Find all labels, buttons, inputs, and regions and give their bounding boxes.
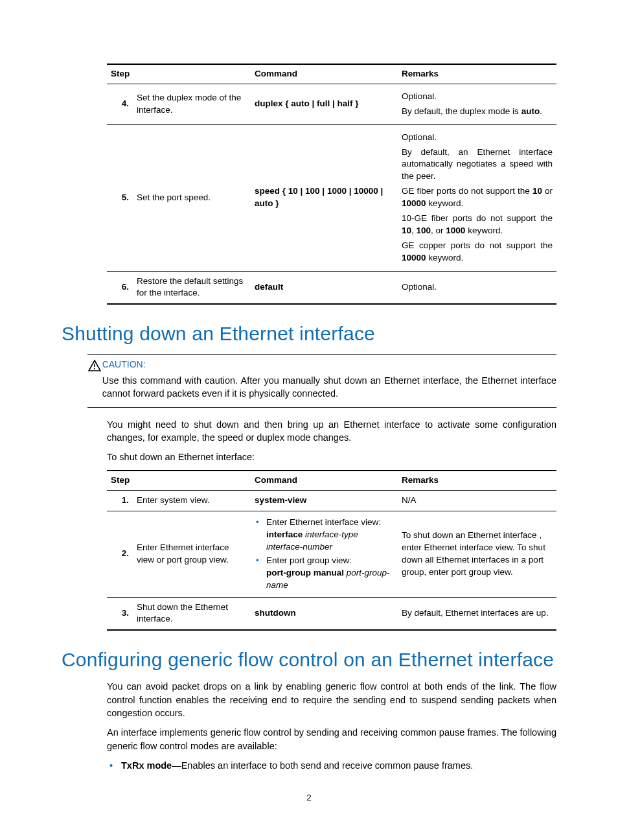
step-desc: Restore the default settings for the int… [133, 271, 251, 304]
step-command: system-view [251, 491, 398, 511]
table-steps-4-6: Step Command Remarks 4.Set the duplex mo… [107, 64, 556, 305]
th-step: Step [107, 64, 251, 84]
caution-label: CAUTION: [102, 358, 556, 371]
step-remarks: Optional.By default, an Ethernet interfa… [398, 124, 556, 271]
th-remarks: Remarks [398, 471, 556, 490]
para-flow-1: You can avoid packet drops on a link by … [107, 680, 556, 719]
step-command: speed { 10 | 100 | 1000 | 10000 | auto } [251, 124, 398, 271]
svg-point-2 [94, 368, 95, 369]
step-desc: Enter system view. [133, 491, 251, 511]
para-flow-2: An interface implements generic flow con… [107, 726, 556, 752]
content-area: Step Command Remarks 4.Set the duplex mo… [107, 64, 556, 772]
table-row: 5.Set the port speed.speed { 10 | 100 | … [107, 124, 556, 271]
th-remarks: Remarks [398, 64, 556, 84]
step-desc: Shut down the Ethernet interface. [133, 597, 251, 630]
step-command: default [251, 271, 398, 304]
step-number: 1. [107, 491, 133, 511]
flow-modes-list: TxRx mode—Enables an interface to both s… [107, 759, 556, 772]
step-remarks: N/A [398, 491, 556, 511]
heading-flowcontrol: Configuring generic flow control on an E… [62, 646, 556, 673]
step-command: Enter Ethernet interface view:interface … [251, 511, 398, 597]
step-remarks: Optional.By default, the duplex mode is … [398, 84, 556, 124]
step-remarks: To shut down an Ethernet interface , ent… [398, 511, 556, 597]
table-row: 4.Set the duplex mode of the interface.d… [107, 84, 556, 124]
mode-text: —Enables an interface to both send and r… [172, 760, 473, 771]
step-number: 4. [107, 84, 133, 124]
para-shutdown-2: To shut down an Ethernet interface: [107, 450, 556, 463]
table-row: 3.Shut down the Ethernet interface.shutd… [107, 597, 556, 630]
para-shutdown-1: You might need to shut down and then bri… [107, 418, 556, 445]
step-desc: Enter Ethernet interface view or port gr… [133, 511, 251, 597]
step-number: 5. [107, 124, 133, 271]
step-number: 6. [107, 271, 133, 304]
page-number: 2 [0, 792, 618, 804]
step-number: 2. [107, 511, 133, 597]
mode-label: TxRx mode [121, 760, 172, 771]
step-command: shutdown [251, 597, 398, 630]
table-row: 1.Enter system view.system-viewN/A [107, 491, 556, 511]
th-command: Command [251, 64, 398, 84]
caution-icon [87, 358, 102, 400]
caution-body: Use this command with caution. After you… [102, 374, 556, 401]
table-row: 6.Restore the default settings for the i… [107, 271, 556, 304]
step-remarks: By default, Ethernet interfaces are up. [398, 597, 556, 630]
list-item: TxRx mode—Enables an interface to both s… [107, 759, 556, 772]
th-step: Step [107, 471, 251, 490]
th-command: Command [251, 471, 398, 490]
caution-text: CAUTION: Use this command with caution. … [102, 358, 556, 400]
heading-shutdown: Shutting down an Ethernet interface [62, 320, 556, 347]
caution-box: CAUTION: Use this command with caution. … [87, 354, 556, 407]
page: Step Command Remarks 4.Set the duplex mo… [0, 0, 618, 840]
step-desc: Set the duplex mode of the interface. [133, 84, 251, 124]
table-row: 2.Enter Ethernet interface view or port … [107, 511, 556, 597]
step-desc: Set the port speed. [133, 124, 251, 271]
table-shutdown-steps: Step Command Remarks 1.Enter system view… [107, 470, 556, 631]
step-command: duplex { auto | full | half } [251, 84, 398, 124]
step-number: 3. [107, 597, 133, 630]
step-remarks: Optional. [398, 271, 556, 304]
